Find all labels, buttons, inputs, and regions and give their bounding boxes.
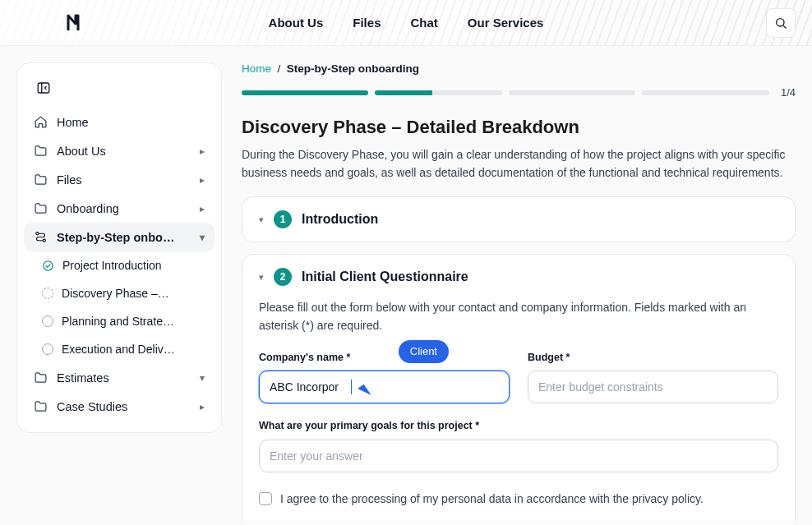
main-content: Home / Step-by-Step onboarding 1/4 Disco… [242,62,796,525]
sidebar: Home About Us ▸ Files ▸ Onboarding ▸ Ste… [16,62,222,433]
sidebar-item-label: Step-by-Step onboa… [57,231,180,244]
svg-rect-1 [38,83,49,93]
sidebar-item-label: Planning and Strate… [62,315,174,328]
folder-icon [34,201,48,215]
empty-dot-icon [42,343,53,355]
step-title: Initial Client Questionnaire [302,269,468,284]
chevron-right-icon: ▸ [200,203,205,214]
panel-collapse-icon [36,81,51,95]
folder-icon [34,173,48,187]
sidebar-item-label: Estimates [57,371,109,385]
step-title: Introduction [302,212,378,227]
progress-label: 1/4 [781,86,796,99]
chevron-down-icon: ▾ [200,232,205,243]
sidebar-item-files[interactable]: Files ▸ [24,165,215,194]
home-icon [34,115,48,129]
route-icon [34,230,48,244]
collapse-toggle[interactable]: ▾ [259,272,264,283]
step-card-introduction: ▾ 1 Introduction [242,196,796,242]
sidebar-collapse-toggle[interactable] [30,75,57,101]
step-intro-text: Please fill out the form below with your… [259,299,778,334]
sidebar-sub-discovery[interactable]: Discovery Phase –… [24,279,215,307]
folder-icon [34,399,48,413]
nav-files[interactable]: Files [353,16,381,30]
folder-icon [34,144,48,158]
breadcrumb-home-link[interactable]: Home [242,62,271,75]
budget-input[interactable] [528,371,778,403]
chevron-right-icon: ▸ [200,174,205,186]
step-number-badge: 2 [274,268,292,286]
chevron-right-icon: ▸ [200,145,205,157]
sidebar-item-label: Files [57,173,82,187]
chevron-right-icon: ▸ [200,401,205,412]
text-caret [351,380,352,394]
folder-icon [34,371,48,385]
progress-segment-1 [242,90,368,95]
page-title: Discovery Phase – Detailed Breakdown [242,117,796,138]
nav-services[interactable]: Our Services [468,16,544,30]
breadcrumb: Home / Step-by-Step onboarding [242,62,796,75]
progress-segment-2 [375,90,501,95]
sidebar-sub-execution[interactable]: Execution and Deliv… [24,335,215,363]
search-button[interactable] [766,8,796,38]
top-nav: About Us Files Chat Our Services [269,16,544,30]
field-label: What are your primary goals for this pro… [259,418,778,434]
consent-row: I agree to the processing of my personal… [259,490,778,509]
progress-segment-4 [642,90,768,95]
field-goals: What are your primary goals for this pro… [259,418,778,472]
progress-bar: 1/4 [242,86,796,99]
svg-point-4 [44,260,53,269]
sidebar-item-home[interactable]: Home [24,108,215,136]
sidebar-item-label: Discovery Phase –… [62,287,169,300]
sidebar-item-onboarding[interactable]: Onboarding ▸ [24,194,215,223]
sidebar-item-case-studies[interactable]: Case Studies ▸ [24,392,215,421]
nav-about[interactable]: About Us [269,16,324,30]
breadcrumb-separator: / [275,62,287,75]
presence-cursor-label: Client [399,340,449,363]
sidebar-sub-planning[interactable]: Planning and Strate… [24,307,215,335]
step-card-questionnaire: ▾ 2 Initial Client Questionnaire Please … [242,254,796,525]
svg-point-3 [43,239,45,242]
field-label: Company's name * [259,350,510,366]
collapse-toggle[interactable]: ▾ [259,214,264,225]
field-label: Budget * [528,350,778,366]
consent-checkbox[interactable] [259,492,272,505]
progress-dot-icon [42,288,53,299]
breadcrumb-current: Step-by-Step onboarding [287,62,419,75]
sidebar-item-label: Home [57,116,89,129]
field-company-name: Company's name * Client [259,350,510,403]
sidebar-item-label: Onboarding [57,202,119,215]
search-icon [774,16,787,30]
sidebar-item-label: About Us [57,145,106,158]
progress-segment-3 [509,90,635,95]
field-budget: Budget * [528,350,778,403]
sidebar-item-label: Case Studies [57,400,127,413]
goals-input[interactable] [259,440,778,472]
sidebar-item-label: Execution and Deliv… [62,343,175,356]
nav-chat[interactable]: Chat [410,16,437,30]
svg-point-0 [777,19,784,26]
page-description: During the Discovery Phase, you will gai… [242,146,796,182]
sidebar-sub-project-intro[interactable]: Project Introduction [24,251,215,279]
sidebar-item-about[interactable]: About Us ▸ [24,136,215,165]
check-circle-icon [42,260,54,272]
sidebar-item-label: Project Introduction [62,259,162,272]
sidebar-item-step-by-step[interactable]: Step-by-Step onboa… ▾ [24,223,215,251]
company-name-input[interactable] [259,371,510,403]
step-number-badge: 1 [274,210,292,228]
brand-logo [64,12,87,35]
sidebar-item-estimates[interactable]: Estimates ▾ [24,363,215,392]
topbar: About Us Files Chat Our Services [0,0,812,46]
chevron-down-icon: ▾ [200,372,205,384]
empty-dot-icon [42,315,53,327]
svg-point-2 [36,233,39,235]
consent-label: I agree to the processing of my personal… [280,490,704,509]
